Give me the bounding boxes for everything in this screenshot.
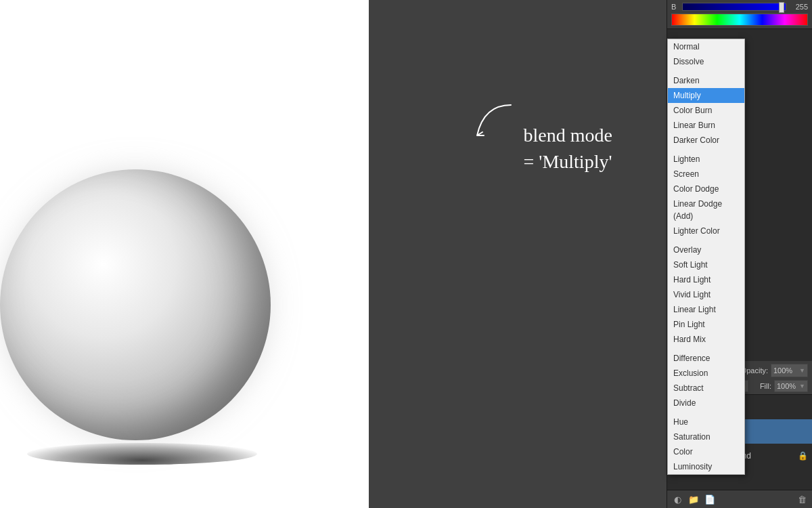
blend-item-hard-light[interactable]: Hard Light — [668, 272, 744, 287]
delete-layer-btn[interactable]: 🗑 — [794, 492, 809, 506]
b-slider-row: B 255 — [671, 3, 808, 11]
right-panel: B 255 Normal Dissolve Darken Multiply Co… — [667, 0, 812, 508]
color-section: B 255 — [667, 0, 812, 29]
blend-item-normal[interactable]: Normal — [668, 39, 744, 54]
blend-item-subtract[interactable]: Subtract — [668, 381, 744, 396]
dark-background — [369, 0, 667, 508]
blend-item-darker-color[interactable]: Darker Color — [668, 133, 744, 148]
blend-item-linear-burn[interactable]: Linear Burn — [668, 118, 744, 133]
blend-mode-dropdown: Normal Dissolve Darken Multiply Color Bu… — [667, 39, 745, 475]
blend-item-color[interactable]: Color — [668, 444, 744, 459]
blend-item-color-dodge[interactable]: Color Dodge — [668, 182, 744, 196]
blend-item-saturation[interactable]: Saturation — [668, 429, 744, 444]
blend-item-hue[interactable]: Hue — [668, 415, 744, 429]
layers-bottom-bar: ◐ 📁 📄 🗑 — [667, 490, 812, 508]
blend-item-screen[interactable]: Screen — [668, 167, 744, 182]
blend-item-lighter-color[interactable]: Lighter Color — [668, 224, 744, 238]
blend-item-difference[interactable]: Difference — [668, 351, 744, 366]
fill-label: Fill: — [760, 382, 771, 390]
blend-item-dissolve[interactable]: Dissolve — [668, 54, 744, 69]
blend-item-exclusion[interactable]: Exclusion — [668, 366, 744, 381]
canvas-area: blend mode = 'Multiply' — [0, 0, 667, 508]
background-lock-icon: 🔒 — [798, 451, 808, 461]
add-folder-btn[interactable]: 📁 — [686, 492, 701, 506]
annotation-arrow — [470, 98, 524, 152]
blend-item-color-burn[interactable]: Color Burn — [668, 103, 744, 118]
blend-item-linear-light[interactable]: Linear Light — [668, 302, 744, 317]
blend-item-soft-light[interactable]: Soft Light — [668, 257, 744, 272]
annotation-text: blend mode = 'Multiply' — [524, 122, 612, 175]
b-label: B — [671, 3, 679, 11]
sphere — [0, 169, 271, 440]
add-layer-btn[interactable]: 📄 — [702, 492, 717, 506]
blend-item-pin-light[interactable]: Pin Light — [668, 317, 744, 332]
b-value: 255 — [789, 3, 808, 11]
blend-item-overlay[interactable]: Overlay — [668, 242, 744, 257]
sphere-container — [0, 142, 311, 494]
b-slider-thumb[interactable] — [779, 2, 784, 13]
fill-value: 100% — [777, 382, 799, 390]
opacity-value: 100% — [773, 366, 799, 375]
fill-chevron-icon: ▼ — [799, 383, 805, 389]
blend-item-hard-mix[interactable]: Hard Mix — [668, 332, 744, 347]
blend-item-luminosity[interactable]: Luminosity — [668, 459, 744, 474]
opacity-chevron-icon: ▼ — [799, 367, 805, 374]
blend-item-multiply[interactable]: Multiply — [668, 88, 744, 103]
b-slider-track[interactable] — [682, 3, 786, 11]
blend-item-lighten[interactable]: Lighten — [668, 152, 744, 167]
blend-item-vivid-light[interactable]: Vivid Light — [668, 287, 744, 302]
blend-item-darken[interactable]: Darken — [668, 73, 744, 88]
blend-item-divide[interactable]: Divide — [668, 396, 744, 410]
blend-item-linear-dodge[interactable]: Linear Dodge (Add) — [668, 196, 744, 224]
sphere-shadow — [27, 443, 257, 465]
color-spectrum[interactable] — [671, 14, 808, 26]
add-adjustment-btn[interactable]: ◐ — [670, 492, 685, 506]
